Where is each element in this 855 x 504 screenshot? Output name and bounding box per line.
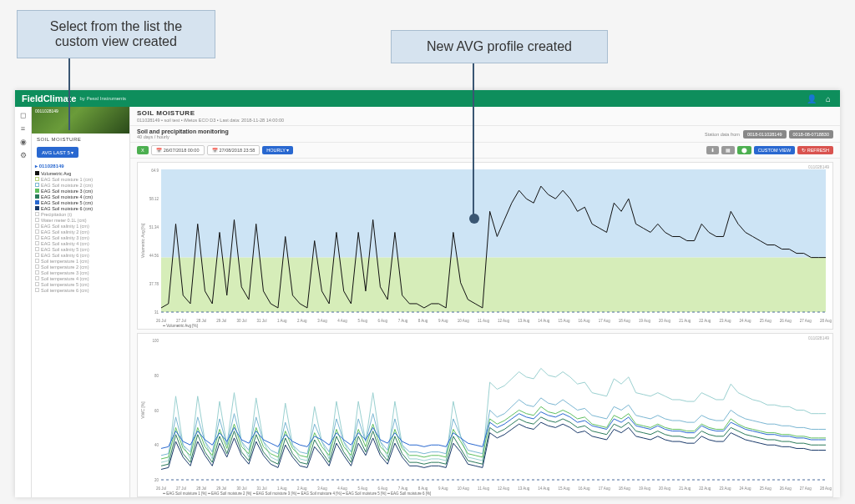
tree-item[interactable]: Soil temperature 5 (cm) [35, 281, 126, 287]
tree-item-swatch [35, 282, 39, 286]
svg-text:14 Aug: 14 Aug [538, 319, 550, 323]
tree-item[interactable]: EAG Soil salinity 6 (cm) [35, 252, 126, 258]
svg-text:28 Aug: 28 Aug [820, 319, 832, 323]
chart-id-1: 011028149 [808, 164, 829, 169]
page-title: SOIL MOISTURE [137, 109, 833, 117]
table-button[interactable]: ▦ [721, 146, 735, 154]
tree-item-label: Volumetric Avg [41, 171, 71, 176]
tree-item-swatch [35, 177, 39, 181]
tree-item-label: Soil temperature 6 (cm) [41, 288, 89, 293]
main-header: SOIL MOISTURE 011028149 • soil test • iM… [130, 107, 840, 126]
custom-view-button[interactable]: CUSTOM VIEW [754, 146, 795, 154]
station-data-label: Station data from [705, 132, 740, 137]
tree-item-swatch [35, 224, 39, 228]
svg-text:9 Aug: 9 Aug [438, 319, 448, 323]
user-icon[interactable]: 👤 [807, 93, 817, 103]
svg-text:25 Aug: 25 Aug [760, 319, 772, 323]
section-row: Soil and precipitation monitoring 40 day… [130, 126, 840, 143]
callout-right-line [473, 58, 474, 215]
rail-dashboard-icon[interactable]: ◻ [18, 110, 28, 120]
svg-text:40: 40 [154, 443, 159, 447]
home-icon[interactable]: ⌂ [823, 93, 833, 103]
svg-text:2 Aug: 2 Aug [297, 486, 307, 491]
svg-text:6 Aug: 6 Aug [378, 486, 388, 491]
charts-area: 011028149 3137.7844.5651.3458.1264.926 J… [130, 159, 840, 497]
tree-item[interactable]: Water meter 0.1L (cnt) [35, 217, 126, 223]
date-to[interactable]: 📅27/08/2018 23:58 [207, 145, 261, 155]
svg-text:17 Aug: 17 Aug [599, 486, 611, 491]
svg-text:58.12: 58.12 [149, 197, 159, 201]
tree-item[interactable]: EAG Soil moisture 6 (cm) [35, 205, 126, 211]
avg-last-button[interactable]: AVG LAST 5 ▾ [37, 147, 78, 158]
tree-item-label: Soil temperature 1 (cm) [41, 259, 89, 264]
svg-text:25 Aug: 25 Aug [760, 486, 772, 491]
tree-item[interactable]: Soil temperature 2 (cm) [35, 264, 126, 270]
tree-item-label: Soil temperature 4 (cm) [41, 276, 89, 281]
tree-item-swatch [35, 200, 39, 204]
tree-item-swatch [35, 171, 39, 175]
tree-item[interactable]: EAG Soil salinity 3 (cm) [35, 234, 126, 240]
export-button[interactable]: X [137, 146, 149, 154]
svg-text:11 Aug: 11 Aug [478, 486, 490, 491]
tree-item-label: EAG Soil moisture 3 (cm) [41, 189, 93, 194]
tree-item[interactable]: EAG Soil salinity 5 (cm) [35, 246, 126, 252]
tree-item[interactable]: Soil temperature 1 (cm) [35, 258, 126, 264]
chart-button[interactable]: ⬤ [737, 146, 751, 154]
tree-item-label: EAG Soil moisture 1 (cm) [41, 177, 93, 182]
svg-text:27 Jul: 27 Jul [176, 319, 186, 323]
tree-item[interactable]: EAG Soil moisture 5 (cm) [35, 199, 126, 205]
body: ◻ ≡ ◉ ⚙ 0011028149 SOIL MOISTURE AVG LAS… [15, 107, 840, 497]
tree-item[interactable]: EAG Soil moisture 1 (cm) [35, 176, 126, 182]
station-badge-2[interactable]: 0018-08-0718830 [789, 130, 833, 139]
rail-list-icon[interactable]: ≡ [18, 123, 28, 134]
tree-item-label: EAG Soil salinity 5 (cm) [41, 247, 89, 252]
svg-text:14 Aug: 14 Aug [538, 486, 550, 491]
date-from[interactable]: 📅26/07/2018 00:00 [151, 145, 205, 155]
tree-item[interactable]: EAG Soil moisture 3 (cm) [35, 188, 126, 194]
tree-item-label: Soil temperature 3 (cm) [41, 270, 89, 275]
hourly-button[interactable]: HOURLY ▾ [262, 146, 293, 154]
svg-text:60: 60 [154, 409, 159, 413]
svg-text:64.9: 64.9 [151, 169, 159, 173]
tree-item[interactable]: EAG Soil salinity 2 (cm) [35, 229, 126, 234]
tree-item[interactable]: EAG Soil salinity 1 (cm) [35, 223, 126, 229]
tree-item[interactable]: EAG Soil salinity 4 (cm) [35, 240, 126, 246]
tree-station-header[interactable]: ▸ 011028149 [35, 163, 126, 169]
svg-text:30 Jul: 30 Jul [236, 319, 246, 323]
tree-item[interactable]: Soil temperature 4 (cm) [35, 275, 126, 281]
svg-text:8 Aug: 8 Aug [418, 319, 428, 323]
tree-item[interactable]: Soil temperature 3 (cm) [35, 270, 126, 275]
svg-text:1 Aug: 1 Aug [277, 486, 287, 491]
refresh-button[interactable]: ↻ REFRESH [797, 146, 833, 154]
tree-item-swatch [35, 206, 39, 210]
tree-item[interactable]: Volumetric Avg [35, 170, 126, 176]
svg-text:2 Aug: 2 Aug [297, 319, 307, 323]
svg-text:22 Aug: 22 Aug [699, 319, 711, 323]
svg-text:3 Aug: 3 Aug [317, 486, 327, 491]
svg-text:16 Aug: 16 Aug [579, 486, 591, 491]
rail-settings-icon[interactable]: ⚙ [18, 150, 28, 160]
tree-item-label: Soil temperature 5 (cm) [41, 282, 89, 287]
sidepanel-hero: 0011028149 [32, 107, 129, 134]
tree-item-swatch [35, 288, 39, 292]
svg-text:5 Aug: 5 Aug [357, 319, 367, 323]
rail-map-icon[interactable]: ◉ [18, 137, 28, 147]
svg-rect-0 [161, 169, 826, 258]
svg-text:24 Aug: 24 Aug [740, 486, 752, 491]
svg-text:20: 20 [154, 478, 159, 482]
svg-text:29 Jul: 29 Jul [216, 486, 226, 491]
station-badge-1[interactable]: 0018-011028149 [743, 130, 787, 139]
tree-item[interactable]: EAG Soil moisture 4 (cm) [35, 194, 126, 199]
tree-item[interactable]: Precipitation (t) [35, 211, 126, 217]
svg-text:21 Aug: 21 Aug [679, 319, 691, 323]
chart-avg-svg: 3137.7844.5651.3458.1264.926 Jul27 Jul28… [138, 163, 832, 329]
svg-text:7 Aug: 7 Aug [398, 319, 408, 323]
sensor-tree: ▸ 011028149 Volumetric AvgEAG Soil moist… [32, 159, 129, 295]
chart-multi-legend: ━ EAG Soil moisture 1 [%] ━ EAG Soil moi… [163, 491, 824, 496]
download-button[interactable]: ⬇ [706, 146, 719, 154]
topbar-right: 👤 ⌂ [807, 93, 833, 103]
tree-item[interactable]: Soil temperature 6 (cm) [35, 287, 126, 293]
tree-item[interactable]: EAG Soil moisture 2 (cm) [35, 182, 126, 188]
hero-station-id: 0011028149 [35, 108, 126, 113]
svg-text:21 Aug: 21 Aug [679, 486, 691, 491]
